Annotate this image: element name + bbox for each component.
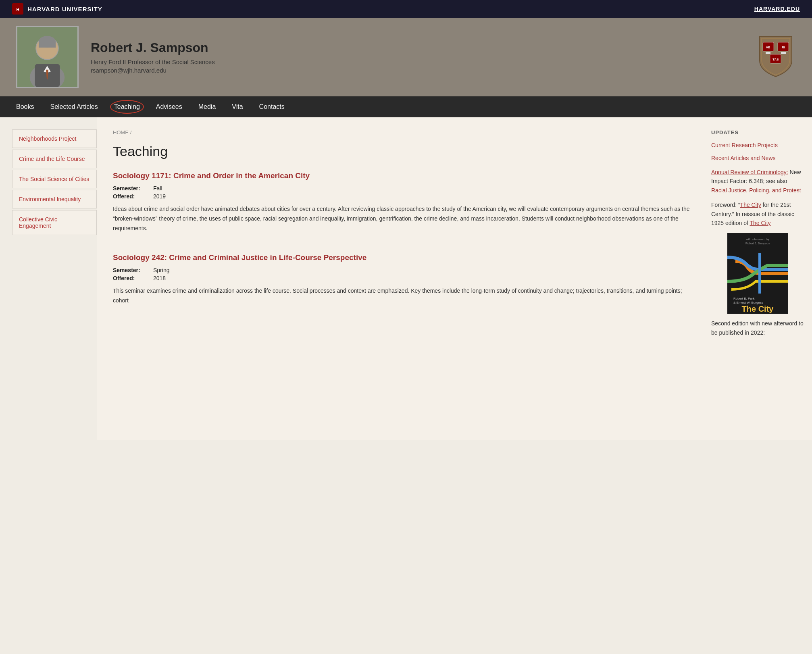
svg-rect-19 [766, 53, 770, 54]
book-caption: Second edition with new afterword to be … [711, 319, 804, 337]
course-1-desc: Ideas about crime and social order have … [113, 204, 691, 233]
svg-text:TAS: TAS [772, 58, 779, 61]
course-2-title[interactable]: Sociology 242: Crime and Criminal Justic… [113, 253, 691, 262]
professor-email: rsampson@wjh.harvard.edu [91, 67, 215, 74]
right-sidebar: UPDATES Current Research Projects Recent… [707, 117, 812, 440]
nav-selected-articles[interactable]: Selected Articles [42, 98, 106, 116]
professor-title: Henry Ford II Professor of the Social Sc… [91, 58, 215, 65]
svg-text:The City: The City [742, 304, 774, 313]
content-area: HOME / Teaching Sociology 1171: Crime an… [97, 117, 707, 440]
sidebar-item-crime-life[interactable]: Crime and the Life Course [12, 150, 97, 168]
nav-media[interactable]: Media [190, 98, 224, 116]
sidebar-item-social-science[interactable]: The Social Science of Cities [12, 170, 97, 188]
semester-value-1: Fall [153, 185, 691, 192]
main-content: Neighborhoods Project Crime and the Life… [0, 117, 812, 440]
course-1-title[interactable]: Sociology 1171: Crime and Order in the A… [113, 171, 691, 180]
the-city-link-2[interactable]: The City [750, 220, 771, 226]
teaching-circle-indicator: Teaching [114, 103, 140, 110]
nav: Books Selected Articles Teaching Advisee… [0, 96, 812, 117]
university-name: HARVARD UNIVERSITY [27, 6, 102, 12]
nav-advisees[interactable]: Advisees [148, 98, 190, 116]
nav-teaching-label: Teaching [114, 103, 140, 110]
recent-articles-link[interactable]: Recent Articles and News [711, 155, 804, 161]
course-2-desc: This seminar examines crime and criminal… [113, 286, 691, 306]
nav-contacts[interactable]: Contacts [251, 98, 293, 116]
svg-rect-8 [39, 42, 56, 48]
foreword-update: Foreword: “The City for the 21st Century… [711, 200, 804, 227]
nav-vita[interactable]: Vita [224, 98, 251, 116]
criminology-update: Annual Review of Criminology: New Impact… [711, 168, 804, 195]
book-cover-container: with a foreword by Robert J. Sampson Rob… [711, 233, 804, 315]
semester-value-2: Spring [153, 267, 691, 273]
sidebar-item-civic[interactable]: Collective Civic Engagement [12, 210, 97, 235]
svg-text:& Ernest W. Burgess: & Ernest W. Burgess [733, 301, 763, 304]
foreword-before: Foreword: “ [711, 202, 740, 208]
course-1-meta: Semester: Fall Offered: 2019 [113, 185, 691, 200]
sidebar-item-neighborhoods[interactable]: Neighborhoods Project [12, 129, 97, 148]
profile-section: Robert J. Sampson Henry Ford II Professo… [16, 26, 215, 88]
top-bar: H HARVARD UNIVERSITY HARVARD.EDU [0, 0, 812, 18]
semester-label-2: Semester: [113, 267, 153, 273]
svg-text:RI: RI [782, 46, 785, 49]
offered-label-1: Offered: [113, 193, 153, 200]
svg-text:H: H [16, 8, 19, 12]
book-cover-image: with a foreword by Robert J. Sampson Rob… [727, 233, 788, 314]
course-2-meta: Semester: Spring Offered: 2018 [113, 267, 691, 281]
svg-rect-18 [766, 52, 770, 53]
svg-text:Robert E. Park: Robert E. Park [733, 297, 755, 300]
left-sidebar: Neighborhoods Project Crime and the Life… [0, 117, 97, 440]
svg-text:with a foreword by: with a foreword by [746, 238, 769, 241]
harvard-shield-icon: H [12, 3, 23, 15]
breadcrumb: HOME / [113, 129, 691, 135]
veritas-shield: VE RI TAS [756, 34, 796, 80]
profile-photo [16, 26, 79, 88]
page-title: Teaching [113, 144, 691, 159]
professor-name: Robert J. Sampson [91, 40, 215, 55]
racial-justice-link[interactable]: Racial Justice, Policing, and Protest [711, 187, 801, 194]
nav-teaching[interactable]: Teaching [106, 98, 148, 116]
course-block-2: Sociology 242: Crime and Criminal Justic… [113, 253, 691, 306]
updates-title: UPDATES [711, 129, 804, 135]
the-city-link-1[interactable]: The City [740, 202, 761, 208]
svg-rect-21 [781, 53, 786, 54]
offered-label-2: Offered: [113, 275, 153, 281]
annual-review-link[interactable]: Annual Review of Criminology: [711, 169, 788, 175]
svg-text:Robert J. Sampson: Robert J. Sampson [745, 242, 770, 245]
logo-area: H HARVARD UNIVERSITY [12, 3, 102, 15]
semester-label-1: Semester: [113, 185, 153, 192]
offered-value-2: 2018 [153, 275, 691, 281]
offered-value-1: 2019 [153, 193, 691, 200]
header: Robert J. Sampson Henry Ford II Professo… [0, 18, 812, 96]
breadcrumb-separator: / [130, 129, 132, 135]
profile-info: Robert J. Sampson Henry Ford II Professo… [91, 40, 215, 74]
breadcrumb-home[interactable]: HOME [113, 129, 129, 135]
svg-text:VE: VE [766, 46, 770, 49]
current-research-link[interactable]: Current Research Projects [711, 142, 804, 148]
course-block-1: Sociology 1171: Crime and Order in the A… [113, 171, 691, 233]
sidebar-item-env-inequality[interactable]: Environmental Inequality [12, 190, 97, 208]
harvard-link[interactable]: HARVARD.EDU [754, 6, 800, 12]
nav-books[interactable]: Books [8, 98, 42, 116]
svg-rect-20 [781, 52, 786, 53]
